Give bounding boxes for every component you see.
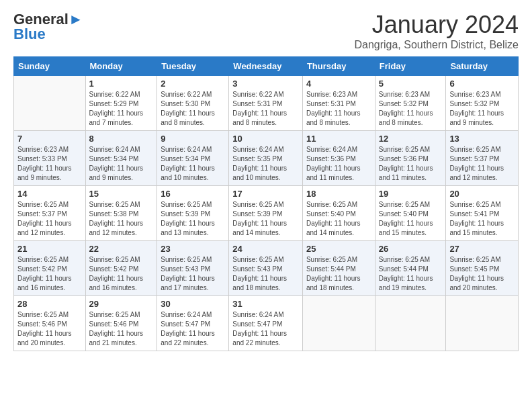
calendar-header-row: SundayMondayTuesdayWednesdayThursdayFrid… bbox=[14, 57, 519, 76]
calendar-header-sunday: Sunday bbox=[14, 57, 86, 76]
day-number: 25 bbox=[306, 244, 371, 254]
day-number: 3 bbox=[232, 79, 299, 89]
month-title: January 2024 bbox=[354, 11, 519, 39]
calendar-cell: 2Sunrise: 6:22 AM Sunset: 5:30 PM Daylig… bbox=[157, 76, 229, 131]
day-number: 8 bbox=[89, 134, 154, 144]
calendar-cell: 9Sunrise: 6:24 AM Sunset: 5:34 PM Daylig… bbox=[157, 131, 229, 186]
calendar-cell: 18Sunrise: 6:25 AM Sunset: 5:40 PM Dayli… bbox=[302, 186, 375, 241]
calendar-header-wednesday: Wednesday bbox=[229, 57, 303, 76]
day-info: Sunrise: 6:25 AM Sunset: 5:39 PM Dayligh… bbox=[161, 200, 225, 238]
day-number: 13 bbox=[449, 134, 515, 144]
day-info: Sunrise: 6:24 AM Sunset: 5:34 PM Dayligh… bbox=[89, 145, 154, 183]
day-number: 20 bbox=[449, 189, 515, 199]
calendar-cell: 15Sunrise: 6:25 AM Sunset: 5:38 PM Dayli… bbox=[85, 186, 157, 241]
day-info: Sunrise: 6:25 AM Sunset: 5:44 PM Dayligh… bbox=[306, 255, 371, 293]
calendar-cell: 11Sunrise: 6:24 AM Sunset: 5:36 PM Dayli… bbox=[302, 131, 375, 186]
calendar-week-row: 1Sunrise: 6:22 AM Sunset: 5:29 PM Daylig… bbox=[14, 76, 519, 131]
day-number: 31 bbox=[232, 299, 299, 309]
day-info: Sunrise: 6:25 AM Sunset: 5:36 PM Dayligh… bbox=[379, 145, 443, 183]
day-info: Sunrise: 6:23 AM Sunset: 5:32 PM Dayligh… bbox=[449, 90, 515, 128]
calendar-cell: 6Sunrise: 6:23 AM Sunset: 5:32 PM Daylig… bbox=[446, 76, 519, 131]
day-number: 22 bbox=[89, 244, 154, 254]
day-info: Sunrise: 6:25 AM Sunset: 5:38 PM Dayligh… bbox=[89, 200, 154, 238]
day-info: Sunrise: 6:25 AM Sunset: 5:43 PM Dayligh… bbox=[161, 255, 225, 293]
day-info: Sunrise: 6:24 AM Sunset: 5:34 PM Dayligh… bbox=[161, 145, 225, 183]
day-number: 9 bbox=[161, 134, 225, 144]
day-info: Sunrise: 6:24 AM Sunset: 5:35 PM Dayligh… bbox=[232, 145, 299, 183]
day-number: 30 bbox=[161, 299, 225, 309]
day-info: Sunrise: 6:25 AM Sunset: 5:40 PM Dayligh… bbox=[306, 200, 371, 238]
day-info: Sunrise: 6:25 AM Sunset: 5:44 PM Dayligh… bbox=[379, 255, 443, 293]
calendar-cell: 19Sunrise: 6:25 AM Sunset: 5:40 PM Dayli… bbox=[375, 186, 446, 241]
day-info: Sunrise: 6:25 AM Sunset: 5:45 PM Dayligh… bbox=[449, 255, 515, 293]
day-info: Sunrise: 6:25 AM Sunset: 5:42 PM Dayligh… bbox=[89, 255, 154, 293]
calendar-cell: 10Sunrise: 6:24 AM Sunset: 5:35 PM Dayli… bbox=[229, 131, 303, 186]
calendar-cell: 31Sunrise: 6:24 AM Sunset: 5:47 PM Dayli… bbox=[229, 296, 303, 351]
calendar-header-tuesday: Tuesday bbox=[157, 57, 229, 76]
day-number: 18 bbox=[306, 189, 371, 199]
day-info: Sunrise: 6:25 AM Sunset: 5:42 PM Dayligh… bbox=[17, 255, 82, 293]
calendar-cell: 14Sunrise: 6:25 AM Sunset: 5:37 PM Dayli… bbox=[14, 186, 86, 241]
page-header: General► Blue January 2024 Dangriga, Sou… bbox=[13, 11, 519, 51]
day-info: Sunrise: 6:22 AM Sunset: 5:31 PM Dayligh… bbox=[232, 90, 299, 128]
day-info: Sunrise: 6:25 AM Sunset: 5:37 PM Dayligh… bbox=[17, 200, 82, 238]
day-info: Sunrise: 6:25 AM Sunset: 5:39 PM Dayligh… bbox=[232, 200, 299, 238]
day-info: Sunrise: 6:25 AM Sunset: 5:46 PM Dayligh… bbox=[89, 310, 154, 348]
day-info: Sunrise: 6:22 AM Sunset: 5:29 PM Dayligh… bbox=[89, 90, 154, 128]
day-number: 6 bbox=[449, 79, 515, 89]
calendar-cell: 27Sunrise: 6:25 AM Sunset: 5:45 PM Dayli… bbox=[446, 241, 519, 296]
calendar-cell bbox=[446, 296, 519, 351]
day-number: 12 bbox=[379, 134, 443, 144]
location-title: Dangriga, Southern District, Belize bbox=[354, 39, 519, 51]
day-number: 14 bbox=[17, 189, 82, 199]
day-number: 23 bbox=[161, 244, 225, 254]
calendar-cell: 25Sunrise: 6:25 AM Sunset: 5:44 PM Dayli… bbox=[302, 241, 375, 296]
calendar-week-row: 7Sunrise: 6:23 AM Sunset: 5:33 PM Daylig… bbox=[14, 131, 519, 186]
calendar-cell: 29Sunrise: 6:25 AM Sunset: 5:46 PM Dayli… bbox=[85, 296, 157, 351]
calendar-cell: 28Sunrise: 6:25 AM Sunset: 5:46 PM Dayli… bbox=[14, 296, 86, 351]
calendar-cell: 21Sunrise: 6:25 AM Sunset: 5:42 PM Dayli… bbox=[14, 241, 86, 296]
calendar-cell: 5Sunrise: 6:23 AM Sunset: 5:32 PM Daylig… bbox=[375, 76, 446, 131]
day-number: 4 bbox=[306, 79, 371, 89]
calendar-cell: 4Sunrise: 6:23 AM Sunset: 5:31 PM Daylig… bbox=[302, 76, 375, 131]
day-info: Sunrise: 6:24 AM Sunset: 5:36 PM Dayligh… bbox=[306, 145, 371, 183]
calendar-header-monday: Monday bbox=[85, 57, 157, 76]
calendar-cell: 1Sunrise: 6:22 AM Sunset: 5:29 PM Daylig… bbox=[85, 76, 157, 131]
calendar-body: 1Sunrise: 6:22 AM Sunset: 5:29 PM Daylig… bbox=[14, 76, 519, 351]
day-number: 19 bbox=[379, 189, 443, 199]
day-info: Sunrise: 6:25 AM Sunset: 5:41 PM Dayligh… bbox=[449, 200, 515, 238]
calendar-cell: 8Sunrise: 6:24 AM Sunset: 5:34 PM Daylig… bbox=[85, 131, 157, 186]
calendar-header-thursday: Thursday bbox=[302, 57, 375, 76]
calendar-cell: 22Sunrise: 6:25 AM Sunset: 5:42 PM Dayli… bbox=[85, 241, 157, 296]
day-number: 15 bbox=[89, 189, 154, 199]
calendar-header-friday: Friday bbox=[375, 57, 446, 76]
day-info: Sunrise: 6:25 AM Sunset: 5:46 PM Dayligh… bbox=[17, 310, 82, 348]
day-info: Sunrise: 6:24 AM Sunset: 5:47 PM Dayligh… bbox=[232, 310, 299, 348]
day-number: 28 bbox=[17, 299, 82, 309]
calendar-cell: 7Sunrise: 6:23 AM Sunset: 5:33 PM Daylig… bbox=[14, 131, 86, 186]
calendar-cell: 17Sunrise: 6:25 AM Sunset: 5:39 PM Dayli… bbox=[229, 186, 303, 241]
day-info: Sunrise: 6:23 AM Sunset: 5:32 PM Dayligh… bbox=[379, 90, 443, 128]
day-number: 29 bbox=[89, 299, 154, 309]
day-info: Sunrise: 6:25 AM Sunset: 5:43 PM Dayligh… bbox=[232, 255, 299, 293]
calendar-cell bbox=[302, 296, 375, 351]
title-block: January 2024 Dangriga, Southern District… bbox=[354, 11, 519, 51]
calendar-cell: 12Sunrise: 6:25 AM Sunset: 5:36 PM Dayli… bbox=[375, 131, 446, 186]
calendar-cell bbox=[14, 76, 86, 131]
day-number: 16 bbox=[161, 189, 225, 199]
logo: General► Blue bbox=[13, 11, 83, 43]
calendar-cell: 13Sunrise: 6:25 AM Sunset: 5:37 PM Dayli… bbox=[446, 131, 519, 186]
day-number: 17 bbox=[232, 189, 299, 199]
calendar-cell bbox=[375, 296, 446, 351]
day-number: 7 bbox=[17, 134, 82, 144]
day-info: Sunrise: 6:23 AM Sunset: 5:33 PM Dayligh… bbox=[17, 145, 82, 183]
day-info: Sunrise: 6:22 AM Sunset: 5:30 PM Dayligh… bbox=[161, 90, 225, 128]
logo-blue-text: Blue bbox=[13, 26, 46, 43]
day-number: 1 bbox=[89, 79, 154, 89]
day-number: 24 bbox=[232, 244, 299, 254]
calendar-cell: 20Sunrise: 6:25 AM Sunset: 5:41 PM Dayli… bbox=[446, 186, 519, 241]
day-number: 27 bbox=[449, 244, 515, 254]
day-number: 11 bbox=[306, 134, 371, 144]
day-number: 21 bbox=[17, 244, 82, 254]
calendar-table: SundayMondayTuesdayWednesdayThursdayFrid… bbox=[13, 56, 519, 351]
